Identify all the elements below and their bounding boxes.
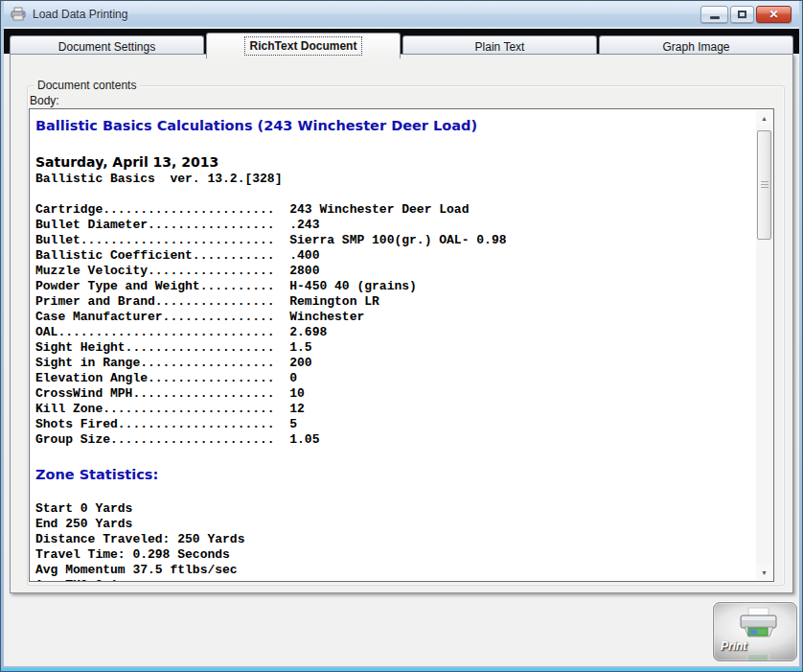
doc-line: Avg Momentum 37.5 ftlbs/sec xyxy=(35,563,748,578)
doc-line: Group Size...................... 1.05 xyxy=(35,432,748,448)
doc-line: Sight in Range.................. 200 xyxy=(35,356,748,371)
doc-line: End 250 Yards xyxy=(35,517,748,532)
titlebar[interactable]: Load Data Printing ✕ xyxy=(4,1,799,27)
doc-line: Bullet.......................... Sierra … xyxy=(35,233,748,248)
doc-line: Kill Zone....................... 12 xyxy=(35,402,748,417)
printer-icon xyxy=(11,7,27,22)
window: Load Data Printing ✕ Document Settings R… xyxy=(0,0,803,672)
doc-line: Sight Height.................... 1.5 xyxy=(35,340,748,356)
maximize-icon xyxy=(738,11,746,18)
print-button-label: Print xyxy=(721,639,746,653)
doc-line: Start 0 Yards xyxy=(35,501,748,517)
client-area: Document Settings RichText Document Plai… xyxy=(4,27,799,666)
doc-line: Travel Time: 0.298 Seconds xyxy=(35,547,748,563)
close-icon: ✕ xyxy=(769,9,778,20)
doc-line: Case Manufacturer............... Winches… xyxy=(35,310,748,325)
doc-line: OAL............................. 2.698 xyxy=(35,325,748,340)
tab-richtext-document[interactable]: RichText Document xyxy=(206,33,401,58)
doc-line: Ballistic Coefficient........... .400 xyxy=(35,248,748,264)
richtext-body[interactable]: Ballistic Basics Calculations (243 Winch… xyxy=(29,108,774,582)
print-button[interactable]: Print xyxy=(713,602,797,661)
doc-line xyxy=(35,137,748,152)
document-contents-group: Document contents Body: Ballistic Basics… xyxy=(27,85,785,586)
arrow-down-icon: ▼ xyxy=(761,569,768,576)
scroll-down-button[interactable]: ▼ xyxy=(756,565,772,580)
doc-line: Saturday, April 13, 2013 xyxy=(35,152,748,172)
doc-line: Zone Statistics: xyxy=(35,465,748,484)
close-button[interactable]: ✕ xyxy=(756,6,792,23)
vertical-scrollbar[interactable]: ▲ ▼ xyxy=(756,110,772,580)
minimize-button[interactable] xyxy=(700,6,728,23)
doc-line: Cartridge....................... 243 Win… xyxy=(35,202,748,218)
minimize-icon xyxy=(710,16,720,19)
doc-line: Primer and Brand................ Remingt… xyxy=(35,294,748,310)
scroll-up-button[interactable]: ▲ xyxy=(756,110,772,126)
document-text: Ballistic Basics Calculations (243 Winch… xyxy=(30,109,773,582)
group-label: Document contents xyxy=(34,79,140,92)
doc-line: Avg TKO 9.1 xyxy=(35,578,748,582)
doc-line xyxy=(35,486,748,501)
doc-line: Ballistic Basics ver. 13.2.[328] xyxy=(35,172,748,187)
doc-line xyxy=(35,448,748,463)
scrollbar-thumb[interactable] xyxy=(757,130,771,240)
doc-line: Elevation Angle................. 0 xyxy=(35,371,748,386)
tabpage-richtext: Document contents Body: Ballistic Basics… xyxy=(10,54,793,593)
doc-line xyxy=(35,187,748,202)
maximize-button[interactable] xyxy=(730,6,754,23)
doc-line: Shots Fired..................... 5 xyxy=(35,417,748,432)
doc-line: Powder Type and Weight.......... H-450 4… xyxy=(35,279,748,294)
doc-line: CrossWind MPH................... 10 xyxy=(35,386,748,402)
body-label: Body: xyxy=(30,94,59,107)
arrow-up-icon: ▲ xyxy=(761,115,768,122)
doc-line: Ballistic Basics Calculations (243 Winch… xyxy=(35,116,748,135)
doc-line: Distance Traveled: 250 Yards xyxy=(35,532,748,547)
thumb-grip-icon xyxy=(761,181,769,189)
window-title: Load Data Printing xyxy=(33,8,127,21)
doc-line: Muzzle Velocity................. 2800 xyxy=(35,264,748,279)
doc-line: Bullet Diameter................. .243 xyxy=(35,218,748,233)
